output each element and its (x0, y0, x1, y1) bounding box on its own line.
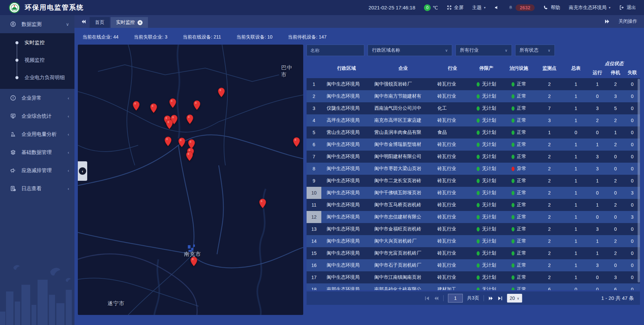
region-cell: 阆中生态环境局 (321, 238, 372, 244)
industry-select[interactable]: 所有行业 ∨ (455, 45, 512, 56)
table-row[interactable]: 1阆中生态环境局阆中强锐页岩砖厂砖瓦行业无计划正常21120 (307, 78, 640, 90)
stop-status-cell: 无计划 (470, 286, 502, 290)
map-pin-icon[interactable] (132, 101, 140, 111)
map-pin-icon[interactable] (186, 114, 194, 124)
company-cell: 阆中强锐页岩砖厂 (372, 81, 435, 87)
status-dot-icon (512, 106, 515, 111)
table-row[interactable]: 3仪陇生态环境局西南油气田分公司川中化工无计划正常71350 (307, 102, 640, 114)
table-row[interactable]: 14阆中生态环境局阆中大兴页岩机砖厂砖瓦行业无计划正常21120 (307, 235, 640, 247)
close-operations-button[interactable]: 关闭操作 (619, 18, 637, 24)
industry-cell: 砖瓦行业 (435, 117, 470, 123)
meter-count-cell: 0 (564, 130, 588, 135)
region-cell: 阆中生态环境局 (321, 214, 372, 220)
sidebar-item-base-data-management[interactable]: 基础数据管理‹ (0, 143, 74, 161)
stop-status-label: 无计划 (482, 142, 496, 148)
status-dot-icon (477, 106, 480, 111)
halt-count-cell: 5 (606, 106, 625, 111)
facility-status-cell: 正常 (502, 178, 535, 184)
map-pin-icon[interactable] (259, 199, 266, 209)
facility-status-cell: 正常 (502, 142, 535, 148)
stop-status-cell: 无计划 (470, 142, 502, 148)
help-button[interactable]: 帮助 (543, 5, 560, 11)
meter-count-cell: 1 (564, 178, 588, 183)
region-cell: 阆中生态环境局 (321, 274, 372, 280)
name-search-input[interactable] (307, 45, 364, 56)
sidebar-item-power-usage-analysis[interactable]: 企业用电量分析‹ (0, 125, 74, 143)
table-row[interactable]: 12阆中生态环境局阆中市忠信建材有限公砖瓦行业无计划正常21003 (307, 211, 640, 223)
company-cell: 阆中市二龙长宝页岩砖 (372, 178, 435, 184)
table-row[interactable]: 10阆中生态环境局阆中千佛镇五郎垭页岩砖瓦行业无计划正常21003 (307, 187, 640, 199)
sidebar-item-emergency-reduction[interactable]: 应急减排管理‹ (0, 161, 74, 179)
status-dot-icon (477, 239, 480, 243)
industry-cell: 建材加工 (435, 286, 470, 290)
fullscreen-button[interactable]: 全屏 (447, 5, 464, 11)
facility-status-cell: 正常 (502, 286, 535, 290)
table-row[interactable]: 2阆中生态环境局阆中市南方节能建材有砖瓦行业无计划正常21030 (307, 90, 640, 102)
table-row[interactable]: 7阆中生态环境局阆中明阳建材有限公司砖瓦行业无计划正常21300 (307, 151, 640, 163)
status-select[interactable]: 所有状态 ∨ (515, 45, 555, 56)
sidebar-item-log-view[interactable]: 日志查看‹ (0, 179, 74, 198)
map-pin-icon[interactable] (178, 138, 185, 148)
logout-button[interactable]: 退出 (619, 5, 636, 11)
region-select[interactable]: 行政区域名称 ∨ (368, 45, 452, 56)
sidebar-item-enterprise-abnormal[interactable]: 企业异常‹ (0, 89, 74, 107)
sidebar-item-enterprise-statistics[interactable]: 企业综合统计‹ (0, 107, 74, 125)
table-scrollbar[interactable] (638, 79, 640, 282)
theme-button[interactable]: 主题▾ (472, 5, 486, 11)
meter-count-cell: 1 (564, 94, 588, 99)
sidebar-subitem-视频监控[interactable]: 视频监控 (0, 51, 74, 69)
map-pin-icon[interactable] (293, 137, 300, 147)
table-row[interactable]: 17阆中生态环境局阆中市江南镇阆南页岩砖瓦行业无计划正常21030 (307, 271, 640, 283)
table-row[interactable]: 18南部生态环境局南部县砂化土砖有限公建材加工无计划正常60060 (307, 283, 640, 290)
map-pin-icon[interactable] (169, 98, 176, 108)
row-index-cell: 1 (307, 78, 321, 90)
tab-实时监控[interactable]: 实时监控✕ (111, 17, 148, 28)
tabs-scroll-right-icon[interactable] (604, 19, 610, 24)
stop-status-cell: 无计划 (470, 117, 502, 123)
map-pin-icon[interactable] (190, 257, 198, 267)
stop-status-label: 无计划 (482, 250, 496, 256)
previous-page-icon[interactable] (434, 296, 439, 301)
org-selector[interactable]: 南充市生态环境局▾ (569, 5, 610, 11)
table-row[interactable]: 5营山生态环境局营山县润丰肉食品有限食品无计划正常10010 (307, 126, 640, 139)
map-panel[interactable]: 巴中市南充市遂宁市 ‹ (78, 45, 303, 315)
table-row[interactable]: 13阆中生态环境局阆中市金福旺页岩机砖砖瓦行业无计划正常21300 (307, 223, 640, 235)
sidebar-subitem-实时监控[interactable]: 实时监控 (0, 34, 74, 51)
sidebar-item-data-monitoring[interactable]: 数据监测∨ (0, 15, 74, 33)
table-row[interactable]: 8阆中生态环境局阆中市枣碧大梁山页岩砖瓦行业无计划异常21300 (307, 163, 640, 175)
facility-status-cell: 正常 (502, 117, 535, 123)
row-index-cell: 14 (307, 235, 321, 247)
map-pin-icon[interactable] (193, 100, 201, 110)
tabs-scroll-left-icon[interactable] (81, 19, 86, 24)
tab-首页[interactable]: 首页 (90, 17, 110, 28)
table-row[interactable]: 15阆中生态环境局阆中市光富页岩机砖厂砖瓦行业无计划正常21120 (307, 247, 640, 259)
sidebar-item-label: 企业综合统计 (21, 113, 68, 119)
table-row[interactable]: 6阆中生态环境局阆中市金博瑞新型墙材砖瓦行业无计划正常21120 (307, 139, 640, 151)
sidebar-subitem-企业电力负荷明细[interactable]: 企业电力负荷明细 (0, 69, 74, 86)
map-pin-icon[interactable] (186, 151, 193, 161)
facility-status-label: 正常 (517, 250, 526, 256)
halt-count-cell: 2 (606, 82, 625, 87)
map-pin-icon[interactable] (164, 137, 172, 147)
first-page-icon[interactable] (425, 296, 430, 301)
region-cell: 仪陇生态环境局 (321, 105, 372, 111)
table-row[interactable]: 11阆中生态环境局阆中市五马桥页岩机砖砖瓦行业无计划正常21120 (307, 199, 640, 211)
sound-button[interactable] (494, 5, 499, 10)
table-row[interactable]: 9阆中生态环境局阆中市二龙长宝页岩砖砖瓦行业无计划正常21120 (307, 175, 640, 187)
page-size-select[interactable]: 20 ∨ (507, 294, 522, 303)
industry-cell: 食品 (435, 129, 470, 136)
page-number-input[interactable] (448, 294, 463, 303)
next-page-icon[interactable] (488, 296, 493, 301)
meter-count-cell: 1 (564, 238, 588, 244)
stop-status-cell: 无计划 (470, 93, 502, 99)
map-pin-icon[interactable] (218, 88, 225, 98)
last-page-icon[interactable] (497, 296, 502, 301)
map-pin-icon[interactable] (150, 103, 157, 113)
map-collapse-button[interactable]: ‹ (78, 161, 87, 181)
table-row[interactable]: 16阆中生态环境局阆中市石子页岩机砖厂砖瓦行业无计划正常21300 (307, 259, 640, 271)
close-icon[interactable]: ✕ (138, 20, 143, 25)
notifications-button[interactable]: 2632 (508, 4, 535, 11)
row-index-cell: 4 (307, 114, 321, 126)
map-pin-icon[interactable] (166, 119, 173, 129)
table-row[interactable]: 4高坪生态环境局南充市高坪区王家店建砖瓦行业无计划正常31220 (307, 114, 640, 126)
